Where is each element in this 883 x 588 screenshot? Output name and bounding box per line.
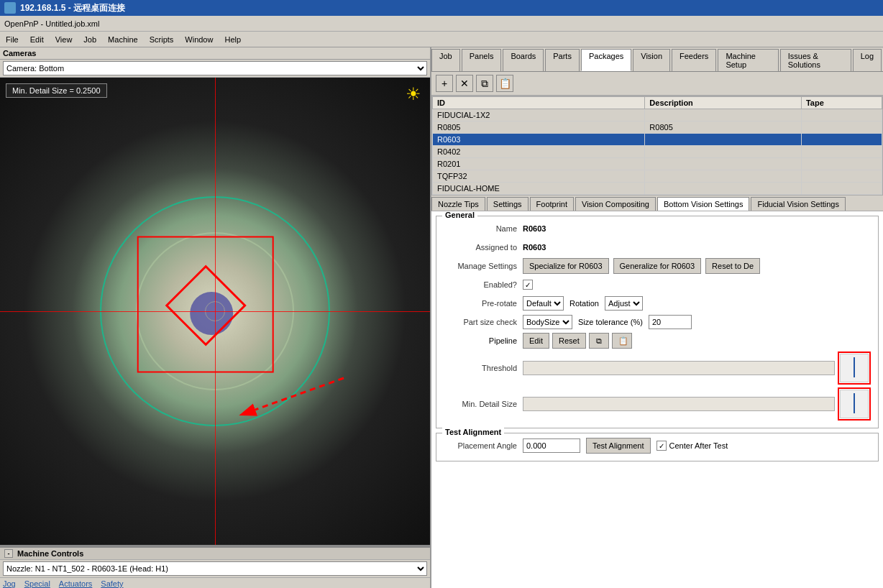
- tab-boards[interactable]: Boards: [503, 49, 544, 71]
- enabled-row: Enabled? ✓: [444, 277, 871, 293]
- tab-parts[interactable]: Parts: [545, 49, 580, 71]
- min-detail-size-label: Min. Detail Size = 0.2500: [6, 83, 107, 98]
- menu-bar: File Edit View Job Machine Scripts Windo…: [0, 32, 883, 47]
- copy-pipeline-button[interactable]: ⧉: [589, 333, 609, 349]
- table-row[interactable]: R0805 R0805: [433, 121, 882, 134]
- table-row[interactable]: FIDUCIAL-1X2: [433, 109, 882, 121]
- row-desc: [645, 170, 802, 183]
- placement-angle-label: Placement Angle: [444, 441, 523, 450]
- pipeline-row: Pipeline Edit Reset ⧉ 📋: [444, 333, 871, 349]
- menu-window[interactable]: Window: [179, 34, 219, 45]
- threshold-track[interactable]: [523, 361, 835, 375]
- table-row[interactable]: R0402: [433, 146, 882, 158]
- menu-job[interactable]: Job: [78, 34, 102, 45]
- enabled-checkbox[interactable]: ✓: [523, 280, 533, 290]
- copy-button[interactable]: ⧉: [476, 75, 493, 92]
- tab-special[interactable]: Special: [24, 579, 50, 588]
- machine-bottom-tabs: Jog Special Actuators Safety: [0, 577, 430, 588]
- camera-section: Cameras Camera: Bottom Min. Detail Size …: [0, 47, 430, 546]
- general-group: General Name R0603 Assigned to R0603 Man…: [436, 216, 879, 428]
- menu-machine[interactable]: Machine: [102, 34, 144, 45]
- main-container: Cameras Camera: Bottom Min. Detail Size …: [0, 47, 883, 588]
- table-row[interactable]: TQFP32: [433, 170, 882, 183]
- menu-edit[interactable]: Edit: [24, 34, 50, 45]
- tab-actuators[interactable]: Actuators: [59, 579, 92, 588]
- prerotate-label: Pre-rotate: [444, 299, 523, 308]
- col-id: ID: [433, 97, 645, 109]
- min-detail-track[interactable]: [523, 397, 835, 411]
- camera-header: Cameras: [0, 47, 430, 60]
- rotation-select[interactable]: Adjust: [605, 296, 643, 311]
- placement-angle-input[interactable]: [523, 438, 580, 453]
- threshold-highlight: [838, 352, 871, 385]
- nozzle-select[interactable]: Nozzle: N1 - NT1_502 - R0603-1E (Head: H…: [3, 561, 427, 576]
- row-tape: [801, 109, 882, 121]
- collapse-button[interactable]: -: [4, 549, 13, 558]
- row-id: R0402: [433, 146, 645, 158]
- menu-help[interactable]: Help: [219, 34, 247, 45]
- min-detail-container: [523, 387, 871, 421]
- table-row-selected[interactable]: R0603: [433, 134, 882, 146]
- reset-pipeline-button[interactable]: Reset: [552, 333, 586, 349]
- size-tolerance-input[interactable]: [649, 315, 692, 329]
- center-after-test-checkbox[interactable]: ✓: [656, 441, 667, 451]
- table-row[interactable]: R0201: [433, 158, 882, 170]
- prerotate-select[interactable]: Default: [523, 296, 564, 311]
- specialize-button[interactable]: Specialize for R0603: [523, 258, 609, 274]
- settings-content: General Name R0603 Assigned to R0603 Man…: [431, 211, 883, 588]
- settings-tab-footprint[interactable]: Footprint: [530, 197, 574, 211]
- enabled-label: Enabled?: [444, 280, 523, 289]
- camera-selector: Camera: Bottom: [0, 60, 430, 78]
- tab-panels[interactable]: Panels: [462, 49, 502, 71]
- reset-to-default-button[interactable]: Reset to De: [705, 258, 760, 274]
- settings-tab-bottom-vision[interactable]: Bottom Vision Settings: [657, 197, 749, 211]
- part-size-check-select[interactable]: BodySize: [523, 315, 572, 329]
- min-detail-display: [840, 390, 869, 418]
- test-alignment-section: Test Alignment Placement Angle Test Alig…: [436, 433, 879, 461]
- settings-tab-vision-compositing[interactable]: Vision Compositing: [575, 197, 656, 211]
- tab-job[interactable]: Job: [431, 49, 460, 71]
- packages-table-container: ID Description Tape FIDUCIAL-1X2 R0805 R…: [431, 96, 883, 196]
- paste-pipeline-button[interactable]: 📋: [612, 333, 632, 349]
- tab-machine-setup[interactable]: Machine Setup: [718, 49, 778, 71]
- menu-file[interactable]: File: [0, 34, 24, 45]
- tab-log[interactable]: Log: [853, 49, 882, 71]
- camera-select[interactable]: Camera: Bottom: [3, 61, 427, 75]
- placement-angle-row: Placement Angle Test Alignment ✓ Center …: [444, 438, 871, 454]
- tab-feeders[interactable]: Feeders: [672, 49, 716, 71]
- row-id: R0805: [433, 121, 645, 134]
- row-tape: [801, 158, 882, 170]
- tab-jog[interactable]: Jog: [3, 579, 16, 588]
- table-row[interactable]: FIDUCIAL-HOME: [433, 183, 882, 195]
- tab-vision[interactable]: Vision: [633, 49, 670, 71]
- tab-issues-solutions[interactable]: Issues & Solutions: [780, 49, 851, 71]
- add-button[interactable]: +: [436, 75, 453, 92]
- row-id: TQFP32: [433, 170, 645, 183]
- settings-tab-nozzle-tips[interactable]: Nozzle Tips: [431, 197, 485, 211]
- rotation-label: Rotation: [564, 299, 605, 308]
- menu-scripts[interactable]: Scripts: [144, 34, 180, 45]
- tab-safety[interactable]: Safety: [101, 579, 123, 588]
- title-icon: [4, 2, 16, 14]
- row-desc: [645, 134, 802, 146]
- row-tape: [801, 134, 882, 146]
- title-separator: -: [68, 3, 73, 13]
- paste-button[interactable]: 📋: [496, 75, 513, 92]
- delete-button[interactable]: ✕: [456, 75, 473, 92]
- settings-tab-fiducial-vision[interactable]: Fiducial Vision Settings: [751, 197, 846, 211]
- tab-packages[interactable]: Packages: [581, 49, 631, 71]
- generalize-button[interactable]: Generalize for R0603: [613, 258, 702, 274]
- settings-tab-settings[interactable]: Settings: [487, 197, 529, 211]
- settings-content-scroll: General Name R0603 Assigned to R0603 Man…: [431, 211, 883, 588]
- title-bar: 192.168.1.5 - 远程桌面连接: [0, 0, 883, 16]
- row-desc: [645, 146, 802, 158]
- menu-view[interactable]: View: [50, 34, 78, 45]
- right-panel: Job Panels Boards Parts Packages Vision …: [431, 47, 883, 588]
- app-title-bar: OpenPnP - Untitled.job.xml: [0, 16, 883, 32]
- dashed-arrow: [200, 371, 344, 428]
- test-alignment-button[interactable]: Test Alignment: [586, 438, 651, 454]
- row-desc: [645, 158, 802, 170]
- edit-pipeline-button[interactable]: Edit: [523, 333, 549, 349]
- row-id: R0603: [433, 134, 645, 146]
- name-label: Name: [444, 224, 523, 233]
